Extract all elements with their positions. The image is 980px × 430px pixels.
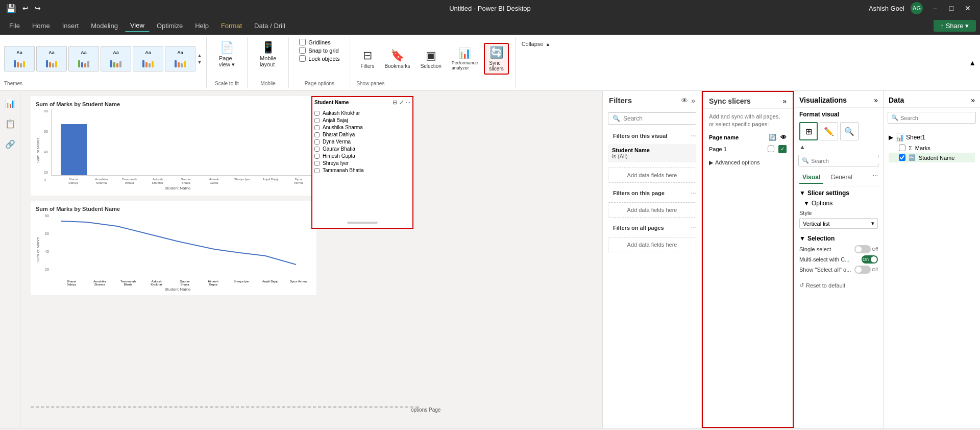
slicer-check-tammanah[interactable] — [314, 168, 320, 173]
themes-expand-btn[interactable]: ▲ — [197, 53, 202, 58]
theme-2[interactable]: Aa — [36, 46, 67, 71]
slicer-expand-icon[interactable]: ⤢ — [399, 99, 404, 106]
mobile-layout-btn[interactable]: 📱 Mobilelayout — [256, 39, 280, 69]
slicer-item-anjali[interactable]: Anjali Bajaj — [314, 117, 410, 123]
viz-table-icon[interactable]: ⊞ — [799, 122, 818, 140]
lock-objects-checkbox[interactable]: Lock objects — [299, 55, 339, 62]
filters-btn[interactable]: ⊟ Filters — [356, 47, 378, 71]
slicer-check-anushika[interactable] — [314, 125, 320, 130]
marks-field[interactable]: Σ Marks — [889, 143, 975, 153]
filters-on-visual-dots[interactable]: ··· — [690, 131, 696, 139]
performance-analyzer-btn[interactable]: 📊 Performanceanalyzer — [448, 45, 482, 73]
theme-6[interactable]: Aa — [165, 46, 195, 71]
data-panel-expand-icon[interactable]: » — [971, 96, 975, 104]
sync-page-1-sync-input[interactable] — [768, 146, 774, 152]
filters-more-icon[interactable]: » — [691, 97, 695, 105]
marks-checkbox[interactable] — [899, 145, 905, 151]
student-name-field[interactable]: 🔤 Student Name — [889, 153, 975, 162]
save-icon[interactable]: 💾 — [6, 4, 16, 13]
gridlines-checkbox[interactable]: Gridlines — [299, 39, 339, 45]
slicer-check-shreya[interactable] — [314, 161, 320, 166]
single-select-toggle[interactable]: Off — [854, 245, 878, 253]
menu-file[interactable]: File — [4, 20, 25, 32]
slicer-check-anjali[interactable] — [314, 118, 320, 123]
add-data-fields-3[interactable]: Add data fields here — [608, 237, 696, 252]
slicer-filter-icon[interactable]: ⊟ — [393, 99, 397, 106]
theme-4[interactable]: Aa — [101, 46, 131, 71]
reset-to-default-btn[interactable]: ↺ Reset to default — [794, 279, 883, 292]
share-button[interactable]: ↑ Share ▾ — [934, 20, 976, 32]
slicer-check-aakash[interactable] — [314, 111, 320, 116]
menu-home[interactable]: Home — [27, 20, 55, 32]
window-controls[interactable]: – □ ✕ — [929, 4, 974, 12]
theme-1[interactable]: Aa — [4, 46, 35, 71]
slicer-item-shreya[interactable]: Shreya Iyer — [314, 160, 410, 166]
slicer-check-bharat[interactable] — [314, 132, 320, 137]
menu-modeling[interactable]: Modeling — [86, 20, 123, 32]
style-dropdown[interactable]: Vertical list ▾ — [799, 218, 878, 229]
slicer-check-himesh[interactable] — [314, 154, 320, 159]
tab-general[interactable]: General — [827, 172, 855, 184]
viz-format-icon[interactable]: ✏️ — [820, 122, 838, 140]
sync-panel-more-icon[interactable]: » — [782, 97, 787, 105]
theme-5[interactable]: Aa — [133, 46, 163, 71]
slicer-item-himesh[interactable]: Himesh Gupta — [314, 153, 410, 159]
filters-on-all-pages-dots[interactable]: ··· — [690, 223, 696, 231]
data-search-input[interactable] — [900, 115, 972, 121]
minimize-btn[interactable]: – — [929, 4, 941, 12]
tab-more-icon[interactable]: ··· — [873, 172, 878, 184]
tab-visual[interactable]: Visual — [799, 172, 823, 184]
student-name-filter[interactable]: Student Name is (All) — [608, 144, 696, 162]
slicer-item-bharat[interactable]: Bharat Dahiya — [314, 132, 410, 137]
lock-objects-input[interactable] — [299, 55, 306, 62]
snap-to-grid-input[interactable] — [299, 47, 306, 54]
slicer-scrollbar[interactable] — [347, 222, 378, 224]
viz-search-box[interactable]: 🔍 — [798, 155, 879, 166]
sync-advanced-options[interactable]: ▶ Advanced options — [703, 155, 793, 170]
gridlines-input[interactable] — [299, 39, 306, 45]
sync-slicers-btn[interactable]: 🔄 Syncslicers — [484, 43, 508, 75]
maximize-btn[interactable]: □ — [945, 4, 958, 12]
page-view-btn[interactable]: 📄 Pageview ▾ — [215, 39, 239, 70]
themes-collapse-btn[interactable]: ▼ — [197, 59, 202, 65]
viz-search-input[interactable] — [811, 158, 881, 164]
selection-btn[interactable]: ▣ Selection — [416, 47, 446, 71]
sync-refresh-icon[interactable]: 🔄 — [769, 134, 776, 141]
user-avatar[interactable]: AG — [911, 2, 923, 14]
menu-help[interactable]: Help — [190, 20, 214, 32]
menu-insert[interactable]: Insert — [57, 20, 84, 32]
bookmarks-btn[interactable]: 🔖 Bookmarks — [381, 47, 414, 71]
menu-view[interactable]: View — [125, 19, 150, 32]
add-data-fields-1[interactable]: Add data fields here — [608, 168, 696, 183]
sync-page-1-visible-check[interactable]: ✓ — [778, 145, 787, 153]
collapse-btn[interactable]: Collapse ▲ — [516, 39, 557, 49]
nav-report[interactable]: 📊 — [2, 95, 18, 111]
menu-optimize[interactable]: Optimize — [152, 20, 188, 32]
filters-search-box[interactable]: 🔍 — [608, 112, 696, 125]
filters-search-input[interactable] — [623, 115, 700, 122]
close-btn[interactable]: ✕ — [962, 4, 974, 12]
menu-format[interactable]: Format — [216, 20, 247, 32]
slicer-item-dyna[interactable]: Dyna Verma — [314, 139, 410, 145]
sync-page-1-sync-check[interactable] — [768, 145, 774, 153]
multi-select-toggle-on[interactable]: On — [862, 255, 878, 264]
viz-analytics-icon[interactable]: 🔍 — [840, 122, 859, 140]
slicer-check-dyna[interactable] — [314, 139, 320, 145]
slicer-check-gaurav[interactable] — [314, 147, 320, 152]
slicer-item-tammanah[interactable]: Tammanah Bhatia — [314, 168, 410, 173]
theme-3[interactable]: Aa — [68, 46, 99, 71]
slicer-item-gaurav[interactable]: Gaurav Bhatia — [314, 146, 410, 152]
nav-data[interactable]: 📋 — [2, 115, 18, 132]
filters-on-page-dots[interactable]: ··· — [690, 188, 696, 197]
slicer-item-anushika[interactable]: Anushika Sharma — [314, 125, 410, 130]
snap-to-grid-checkbox[interactable]: Snap to grid — [299, 47, 339, 54]
sheet1-item[interactable]: ▶ 📊 Sheet1 — [889, 132, 975, 143]
data-search-box[interactable]: 🔍 — [888, 112, 976, 124]
show-select-all-toggle[interactable]: Off — [854, 266, 878, 274]
slicer-more-icon[interactable]: ··· — [406, 99, 410, 106]
nav-model[interactable]: 🔗 — [2, 136, 18, 152]
filters-eye-icon[interactable]: 👁 — [681, 97, 688, 105]
single-select-toggle-off[interactable] — [854, 245, 871, 253]
menu-data-drill[interactable]: Data / Drill — [249, 20, 290, 32]
slicer-item-aakash[interactable]: Aakash Khokhar — [314, 110, 410, 116]
